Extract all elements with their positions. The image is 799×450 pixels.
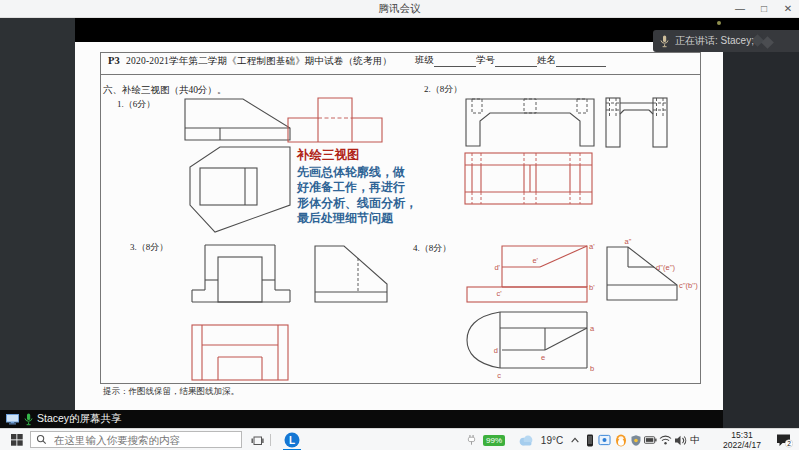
- status-dot: [717, 21, 721, 25]
- p2-answer-view: [465, 153, 592, 204]
- p4-top-view: [467, 312, 587, 368]
- screen-share-bar: Stacey的屏幕共享: [0, 410, 723, 428]
- p2-side-view: [606, 98, 667, 147]
- given-views-black: [185, 98, 677, 368]
- browser-l-icon: L: [284, 432, 300, 448]
- p4-answer-front-view: [467, 246, 587, 302]
- p3-side-view: [315, 246, 387, 302]
- taskbar-clock[interactable]: 15:31 2022/4/17: [713, 430, 771, 450]
- window-title: 腾讯会议: [0, 2, 799, 16]
- p4-label-a: a: [590, 324, 595, 333]
- p4-label-d-dblprime: d''(e''): [656, 263, 676, 272]
- p4-side-view: [607, 247, 677, 300]
- battery-percent-badge: 99%: [483, 435, 505, 446]
- p4-label-d: d: [494, 346, 498, 355]
- taskbar-separator: [270, 434, 271, 446]
- p4-label-a-prime: a': [589, 242, 595, 251]
- p4-label-a-dblprime: a'': [624, 237, 632, 246]
- stage-right-panel: [723, 42, 799, 428]
- p4-label-b: b: [590, 364, 594, 373]
- p1-top-view: [190, 147, 290, 232]
- meeting-stage: P32020-2021学年第二学期《工程制图基础》期中试卷（统考用） 班级 学号…: [0, 18, 799, 428]
- screenshot-icon: [598, 434, 611, 446]
- p4-label-b-prime: b': [589, 283, 595, 292]
- app-browser-button[interactable]: L: [280, 429, 304, 450]
- weather-widget[interactable]: [517, 429, 535, 450]
- monitor-icon: [5, 414, 20, 425]
- volume-icon: [674, 435, 687, 446]
- meeting-watermark-icon: [751, 35, 785, 49]
- tray-screenshot-tool[interactable]: [597, 429, 612, 450]
- p3-answer-view: [192, 325, 288, 380]
- minimize-button[interactable]: —: [733, 1, 747, 16]
- teacher-annotation: 补绘三视图 先画总体轮廓线，做 好准备工作，再进行 形体分析、线面分析， 最后处…: [297, 148, 417, 227]
- notification-count: 2: [787, 440, 791, 447]
- tray-security[interactable]: [628, 429, 643, 450]
- microphone-icon: [660, 35, 669, 48]
- share-mic-icon: [24, 413, 33, 426]
- windows-logo-icon: [11, 434, 23, 446]
- wifi-icon: [659, 435, 672, 445]
- p4-label-c-prime: c': [496, 289, 502, 298]
- qq-tray-icon: [615, 434, 627, 447]
- speaking-indicator: 正在讲话: Stacey;: [653, 30, 799, 52]
- notification-center-button[interactable]: 2: [772, 429, 796, 450]
- cloud-icon: [518, 435, 534, 446]
- close-button[interactable]: ✕: [781, 1, 795, 16]
- window-titlebar: 腾讯会议 — □ ✕: [0, 0, 799, 18]
- phone-icon: [586, 434, 594, 447]
- p4-label-c: c: [497, 371, 501, 380]
- p3-front-view: [192, 245, 290, 302]
- ime-indicator[interactable]: 中: [688, 429, 702, 450]
- share-label: Stacey的屏幕共享: [37, 412, 122, 426]
- tray-qq[interactable]: [613, 429, 628, 450]
- notification-icon: 2: [776, 433, 793, 448]
- temperature-label[interactable]: 19°C: [537, 429, 567, 450]
- tray-battery[interactable]: [643, 429, 658, 450]
- p4-label-c-dblprime: c''(b''): [679, 281, 698, 290]
- p4-label-e: e: [541, 353, 545, 362]
- task-view-button[interactable]: [246, 429, 268, 450]
- search-icon: [36, 434, 47, 445]
- task-view-icon: [251, 434, 264, 447]
- annotation-line: 形体分析、线面分析，: [297, 196, 417, 212]
- svg-text:L: L: [289, 435, 295, 446]
- p4-label-e-prime: e': [532, 256, 538, 265]
- stage-left-panel: [0, 18, 75, 410]
- p4-label-d-prime: d': [494, 263, 500, 272]
- annotation-title: 补绘三视图: [297, 148, 417, 164]
- search-input[interactable]: [52, 433, 236, 447]
- tray-wifi[interactable]: [658, 429, 673, 450]
- clock-date: 2022/4/17: [713, 440, 771, 450]
- start-button[interactable]: [6, 429, 28, 450]
- p1-answer-view: [288, 98, 382, 142]
- p2-front-view: [466, 99, 594, 146]
- tray-phone[interactable]: [582, 429, 597, 450]
- power-plug-icon: [464, 429, 478, 450]
- screen: 腾讯会议 — □ ✕ P32020-2021学年第二学期《工程制图基础》期中试卷…: [0, 0, 799, 450]
- annotation-line: 最后处理细节问题: [297, 211, 417, 227]
- taskbar-search[interactable]: [30, 431, 242, 448]
- shield-icon: [630, 434, 642, 447]
- chevron-up-icon: [570, 436, 580, 444]
- battery-icon: [644, 436, 657, 444]
- tray-volume[interactable]: [673, 429, 688, 450]
- speaking-label: 正在讲话: Stacey;: [675, 34, 754, 48]
- p1-front-view: [185, 99, 290, 140]
- battery-status[interactable]: 99%: [479, 429, 509, 450]
- tray-expand-button[interactable]: [567, 429, 582, 450]
- p4-point-labels: a' e' d' b' c' a'' d''(e'') c''(b'') a d…: [494, 237, 698, 380]
- shared-document: P32020-2021学年第二学期《工程制图基础》期中试卷（统考用） 班级 学号…: [75, 42, 723, 410]
- maximize-button[interactable]: □: [757, 1, 771, 16]
- annotation-line: 先画总体轮廓线，做: [297, 165, 417, 181]
- clock-time: 15:31: [713, 430, 771, 440]
- windows-taskbar: L: [0, 428, 799, 450]
- annotation-line: 好准备工作，再进行: [297, 180, 417, 196]
